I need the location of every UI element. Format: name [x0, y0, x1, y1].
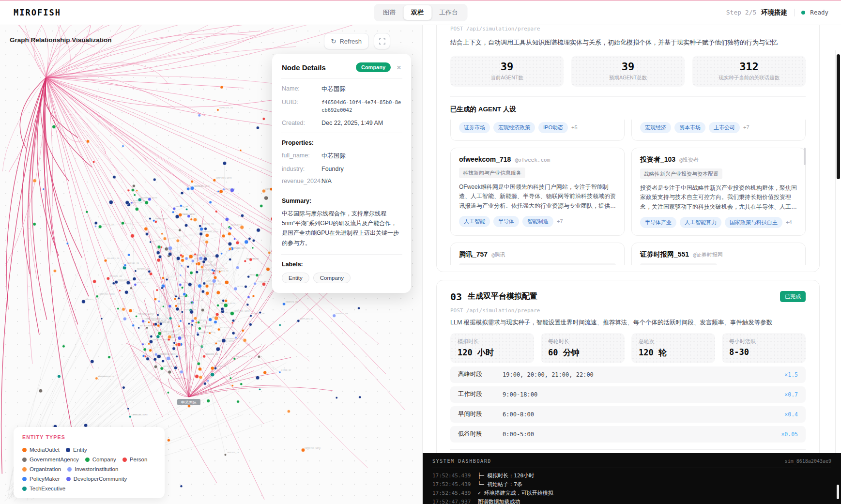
legend-item: Entity: [66, 447, 87, 453]
svg-text:中芯国际: 中芯国际: [181, 400, 197, 405]
topic-tag[interactable]: 智能制造: [522, 216, 553, 227]
app-logo: MIROFISH: [14, 8, 61, 17]
entity-types-legend: ENTITY TYPES MediaOutlet Entity Governme…: [14, 427, 165, 498]
label-pill[interactable]: Entity: [282, 273, 309, 283]
entity-color-dot: [66, 477, 71, 481]
svg-text:PARTNERS_WITH: PARTNERS_WITH: [98, 375, 114, 378]
topic-tag[interactable]: 人工智能: [459, 216, 490, 227]
topic-tag[interactable]: 宏观经济政策: [493, 122, 535, 133]
summary-title: Summary:: [282, 198, 401, 204]
svg-text:PARTNERS_WITH: PARTNERS_WITH: [199, 331, 215, 334]
legend-item: Organization: [22, 466, 61, 472]
period-morning: 早间时段 6:00-8:00 ×0.4: [450, 406, 806, 423]
node-summary: 中芯国际与摩尔线程合作，支持摩尔线程5nm“平湖”系列GPU的研发流片及产能合作…: [282, 209, 401, 248]
entity-color-dot: [122, 458, 127, 462]
legend-item: Company: [85, 457, 116, 462]
fullscreen-icon: [379, 38, 385, 45]
entity-color-dot: [85, 458, 90, 462]
log-line: 17:52:47.937图谱数据加载成功: [432, 498, 831, 504]
log-line: 17:52:45.439├─ 模拟时长：120小时: [432, 472, 831, 480]
node-details-panel: Node Details Company × Name:中芯国际 UUID:f4…: [272, 54, 411, 293]
svg-text:PARTNERS_WITH: PARTNERS_WITH: [219, 302, 235, 305]
cards-scrollbar[interactable]: [804, 148, 806, 165]
svg-text:INVESTS_IN: INVESTS_IN: [198, 319, 210, 321]
agent-role-tag: 战略性新兴产业投资与资本配置: [640, 168, 722, 180]
svg-text:COMPETES_WITH: COMPETES_WITH: [99, 293, 115, 295]
svg-text:CITED_BY: CITED_BY: [257, 280, 267, 283]
top-bar: MIROFISH 图谱 双栏 工作台 Step 2/5 环境搭建 Ready: [0, 0, 841, 25]
svg-text:SUPPLIES_TO: SUPPLIES_TO: [219, 107, 233, 109]
config-total-rounds: 总轮次 120 轮: [631, 333, 715, 363]
agent-card-ofweekcom[interactable]: ofweekcom_718 @ofweek.com 科技新闻与产业信息服务 OF…: [450, 148, 625, 236]
tab-dual-column[interactable]: 双栏: [403, 5, 431, 20]
tab-graph[interactable]: 图谱: [375, 5, 403, 20]
topic-tag[interactable]: IPO动态: [538, 122, 568, 133]
entity-color-dot: [66, 448, 70, 452]
entity-color-dot: [22, 458, 27, 462]
legend-item: TechExecutive: [22, 486, 65, 491]
svg-text:INVESTS_IN: INVESTS_IN: [178, 303, 190, 305]
topic-tag[interactable]: 宏观经济: [640, 122, 671, 133]
svg-text:RELATES_TO: RELATES_TO: [201, 223, 214, 225]
topic-tag[interactable]: 半导体产业: [640, 217, 676, 228]
svg-text:COMPETES_WITH: COMPETES_WITH: [132, 413, 148, 416]
stat-current-agents: 39 当前AGENT数: [450, 56, 564, 87]
page-scrollbar-thumb[interactable]: [837, 54, 840, 179]
agent-role-tag: 财经新闻与行业研究媒体机构: [640, 263, 717, 265]
agent-card-stcn[interactable]: 证券时报网_551 @证券时报网 财经新闻与行业研究媒体机构 证券时报网（stc…: [631, 243, 806, 265]
config-sim-duration: 模拟时长 120 小时: [450, 333, 534, 363]
topic-tag[interactable]: 证券市场: [459, 122, 490, 133]
period-peak: 高峰时段 19:00, 20:00, 21:00, 22:00 ×1.5: [450, 367, 806, 383]
labels-title: Labels:: [282, 261, 401, 268]
svg-text:PARTNERS_WITH: PARTNERS_WITH: [225, 337, 241, 340]
graph-pane: INVESTS_INCOMPETES_WITHPARTNERS_WITHREPO…: [0, 25, 422, 504]
agent-cards-list[interactable]: 证券市场 宏观经济政策 IPO动态 +5 宏观经济 资本市场 上市公司 +7: [450, 120, 806, 265]
agent-card-investor[interactable]: 投资者_103 @投资者 战略性新兴产业投资与资本配置 投资者是专注于中国战略性…: [631, 148, 806, 236]
step-title: 环境搭建: [761, 8, 787, 17]
agent-card-partial[interactable]: 宏观经济 资本市场 上市公司 +7: [631, 120, 806, 141]
terminal-scrollbar[interactable]: [837, 485, 839, 499]
api-endpoint: POST /api/simulation/prepare: [450, 307, 806, 314]
svg-text:REPORTS_ON: REPORTS_ON: [246, 258, 259, 260]
svg-text:INVESTS_IN: INVESTS_IN: [171, 334, 183, 336]
refresh-icon: ↻: [331, 38, 336, 45]
config-hourly-active: 每小时活跃 8-30: [722, 333, 806, 363]
topic-tag[interactable]: 资本市场: [674, 122, 705, 133]
topic-tag[interactable]: 上市公司: [709, 122, 740, 133]
fullscreen-button[interactable]: [374, 33, 390, 49]
ready-status-label: Ready: [810, 9, 828, 16]
terminal-title: SYSTEM DASHBOARD: [432, 458, 785, 464]
node-name-value: 中芯国际: [321, 85, 346, 93]
svg-text:RELATES_TO: RELATES_TO: [137, 281, 149, 284]
tab-workbench[interactable]: 工作台: [431, 5, 466, 20]
topic-tag[interactable]: 人工智能算力: [680, 217, 721, 228]
section-description: LLM 根据模拟需求与现实种子，智能设置世界时间流速、推荐算法、每个个体的活跃时…: [450, 318, 806, 327]
svg-text:RELATES_TO: RELATES_TO: [107, 257, 120, 260]
svg-text:INVESTS_IN: INVESTS_IN: [102, 223, 114, 226]
refresh-button[interactable]: ↻ Refresh: [324, 33, 369, 49]
section-generate-agents: POST /api/simulation/prepare 结合上下文，自动调用工…: [436, 25, 820, 272]
svg-text:COMPETES_WITH: COMPETES_WITH: [305, 447, 321, 449]
topic-tag[interactable]: 半导体: [493, 216, 519, 227]
agent-card-tencent[interactable]: 腾讯_757 @腾讯 互联网科技公司，提供社交平台、数字内容、金融科技、云计算与…: [450, 243, 625, 265]
agent-card-partial[interactable]: 证券市场 宏观经济政策 IPO动态 +5: [450, 120, 625, 141]
system-dashboard-terminal: SYSTEM DASHBOARD sim_8618a2043ae9 17:52:…: [423, 453, 841, 504]
svg-text:PARTNERS_WITH: PARTNERS_WITH: [153, 338, 168, 341]
svg-text:REGULATES: REGULATES: [201, 325, 212, 327]
svg-text:INVESTS_IN: INVESTS_IN: [227, 451, 239, 454]
stat-seed-topics: 312 现实种子当前的关联话题数: [692, 56, 806, 87]
page-scrollbar[interactable]: [835, 50, 841, 453]
ready-status-dot: [801, 11, 805, 15]
legend-item: Person: [122, 457, 147, 462]
log-line: 17:52:45.439└─ 初始帖子：7条: [432, 480, 831, 489]
log-line: 17:52:45.439✓ 环境搭建完成，可以开始模拟: [432, 489, 831, 498]
close-icon[interactable]: ×: [397, 63, 401, 72]
entity-color-dot: [22, 467, 27, 472]
session-id: sim_8618a2043ae9: [785, 458, 831, 464]
svg-text:COMPETES_WITH: COMPETES_WITH: [145, 318, 161, 320]
topic-tag[interactable]: 国家政策与科技自主: [725, 217, 782, 228]
label-pill[interactable]: Company: [313, 273, 351, 283]
svg-text:REPORTS_ON: REPORTS_ON: [137, 268, 150, 270]
svg-text:INVESTS_IN: INVESTS_IN: [286, 301, 298, 303]
entity-color-dot: [67, 467, 72, 472]
